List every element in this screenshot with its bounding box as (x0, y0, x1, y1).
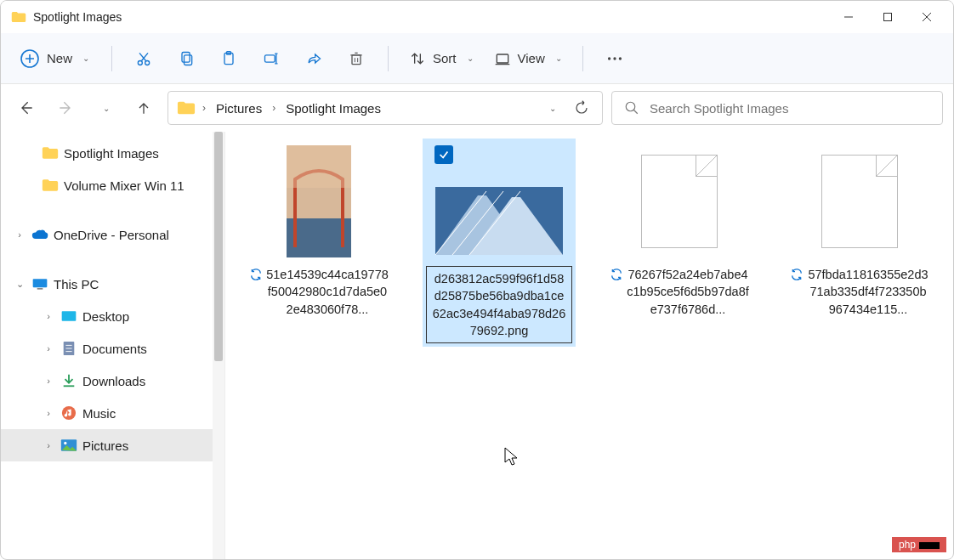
rename-icon (263, 50, 280, 67)
address-bar[interactable]: › Pictures › Spotlight Images ⌄ (168, 91, 603, 125)
scrollbar-thumb[interactable] (214, 132, 223, 361)
watermark: php (892, 537, 946, 552)
copy-button[interactable] (168, 42, 204, 75)
svg-point-26 (608, 57, 610, 59)
sidebar-item-downloads[interactable]: › Downloads (1, 365, 224, 397)
sync-icon (790, 268, 804, 281)
sidebar-scrollbar[interactable] (213, 132, 224, 559)
chevron-right-icon[interactable]: › (13, 229, 26, 240)
file-tile[interactable]: 51e14539c44ca19778f50042980c1d7da5e02e48… (242, 139, 395, 321)
sidebar-item-label: Volume Mixer Win 11 (64, 178, 185, 193)
dropdown-button[interactable]: ⌄ (539, 96, 563, 120)
svg-point-7 (138, 60, 142, 65)
sidebar-item-desktop[interactable]: › Desktop (1, 300, 224, 332)
up-button[interactable] (128, 93, 159, 123)
svg-point-41 (64, 442, 66, 444)
svg-rect-24 (497, 54, 508, 63)
main-split: Spotlight Images Volume Mixer Win 11 › O… (1, 132, 953, 559)
svg-rect-11 (182, 52, 190, 62)
svg-point-29 (626, 102, 635, 111)
trash-icon (348, 50, 365, 67)
sidebar-item-label: OneDrive - Personal (54, 228, 169, 242)
view-button[interactable]: View ⌄ (487, 45, 569, 72)
file-name-text: 57fbda11816355e2d371ab335df4f723350b9674… (807, 266, 929, 318)
forward-button[interactable] (50, 93, 81, 123)
refresh-icon (574, 100, 589, 116)
paste-icon (220, 50, 237, 67)
chevron-right-icon[interactable]: › (42, 343, 55, 354)
sidebar-item-this-pc[interactable]: ⌄ This PC (1, 268, 224, 300)
minimize-button[interactable] (829, 3, 868, 31)
desktop-icon (60, 309, 77, 323)
svg-rect-15 (265, 54, 275, 61)
chevron-right-icon: › (272, 102, 275, 114)
documents-icon (60, 342, 77, 355)
breadcrumb-root[interactable]: Pictures (213, 101, 265, 116)
downloads-icon (60, 374, 77, 387)
sidebar-item-label: Spotlight Images (64, 146, 159, 161)
sync-icon (249, 268, 263, 281)
file-tile[interactable]: 57fbda11816355e2d371ab335df4f723350b9674… (783, 139, 936, 321)
chevron-right-icon[interactable]: › (42, 376, 55, 386)
navrow: ⌄ › Pictures › Spotlight Images ⌄ (1, 84, 953, 132)
svg-rect-46 (287, 145, 351, 188)
svg-point-28 (619, 57, 622, 59)
folder-icon (177, 100, 196, 116)
sidebar-item-onedrive[interactable]: › OneDrive - Personal (1, 218, 224, 251)
sort-button[interactable]: Sort ⌄ (402, 45, 480, 72)
pictures-icon (60, 438, 77, 452)
new-button[interactable]: New ⌄ (11, 43, 98, 74)
chevron-down-icon: ⌄ (103, 104, 110, 113)
file-name-text: 51e14539c44ca19778f50042980c1d7da5e02e48… (266, 266, 389, 318)
sidebar-item-spotlight-images[interactable]: Spotlight Images (1, 137, 224, 169)
recent-locations-button[interactable]: ⌄ (89, 93, 120, 123)
file-tile[interactable]: 76267f52a24eb7abe4c1b95ce5f6d5b97da8fe73… (603, 139, 756, 321)
chevron-right-icon[interactable]: › (42, 440, 55, 450)
rename-button[interactable] (253, 42, 289, 75)
svg-point-39 (62, 406, 76, 420)
refresh-button[interactable] (570, 96, 593, 120)
sync-icon (610, 268, 623, 281)
svg-rect-33 (62, 311, 77, 321)
file-tile[interactable]: d263812ac599f96f1d58d25875be56ba9dba1ce6… (423, 139, 576, 347)
file-thumbnail (431, 142, 567, 261)
file-thumbnail (251, 142, 387, 261)
sidebar-item-volume-mixer[interactable]: Volume Mixer Win 11 (1, 169, 224, 201)
sidebar-item-label: Desktop (82, 309, 129, 324)
folder-icon (11, 11, 26, 23)
delete-button[interactable] (338, 42, 374, 75)
sidebar-item-music[interactable]: › Music (1, 397, 224, 429)
separator (388, 46, 389, 71)
share-button[interactable] (296, 42, 332, 75)
music-icon (60, 406, 77, 420)
chevron-right-icon[interactable]: › (42, 311, 55, 321)
svg-point-27 (613, 57, 616, 59)
file-name: 57fbda11816355e2d371ab335df4f723350b9674… (786, 266, 933, 318)
file-thumbnail (792, 142, 928, 261)
file-name-text: 76267f52a24eb7abe4c1b95ce5f6d5b97da8fe73… (627, 266, 749, 318)
sidebar-item-documents[interactable]: › Documents (1, 332, 224, 365)
cut-button[interactable] (126, 42, 162, 75)
breadcrumb-current[interactable]: Spotlight Images (282, 101, 384, 116)
chevron-right-icon[interactable]: › (42, 408, 55, 418)
more-button[interactable] (597, 42, 633, 75)
toolbar: New ⌄ Sort ⌄ View ⌄ (1, 33, 953, 84)
separator (111, 46, 112, 71)
search-input[interactable] (650, 101, 930, 116)
search-box[interactable] (611, 91, 943, 125)
sidebar-item-label: This PC (54, 277, 99, 291)
sidebar-item-pictures[interactable]: › Pictures (1, 429, 224, 461)
chevron-down-icon: ⌄ (82, 54, 89, 63)
back-button[interactable] (11, 93, 42, 123)
paste-button[interactable] (211, 42, 247, 75)
sort-icon (409, 50, 426, 67)
chevron-right-icon: › (202, 102, 206, 114)
separator (582, 46, 583, 71)
search-icon (624, 100, 639, 116)
maximize-button[interactable] (868, 3, 907, 31)
sort-label: Sort (433, 51, 457, 65)
chevron-down-icon[interactable]: ⌄ (13, 279, 26, 290)
close-button[interactable] (907, 3, 946, 31)
file-name-editing[interactable]: d263812ac599f96f1d58d25875be56ba9dba1ce6… (426, 266, 572, 343)
sidebar-item-label: Documents (82, 342, 147, 356)
